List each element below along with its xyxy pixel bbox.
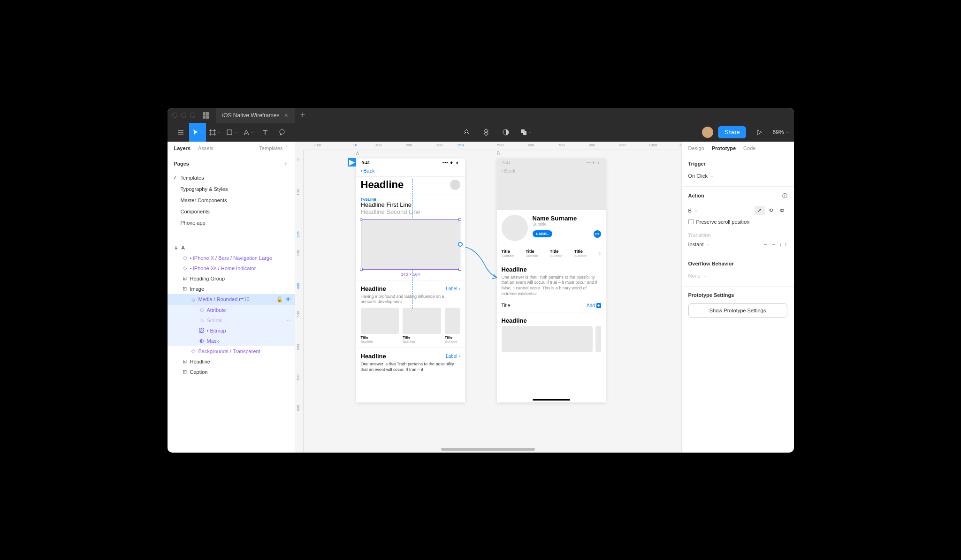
status-icons: ••• ᯤ ▮: [587, 160, 600, 165]
unlock-icon[interactable]: 🔓: [276, 296, 283, 303]
direction-up-icon[interactable]: ↑: [785, 242, 787, 247]
subheadline-1: Headline First Line: [356, 201, 465, 208]
horizontal-scrollbar[interactable]: [441, 448, 535, 451]
direction-left-icon[interactable]: ←: [763, 242, 769, 247]
home-icon[interactable]: [203, 112, 209, 119]
layer-item[interactable]: ⊡Heading Group: [168, 273, 295, 284]
minimize-window[interactable]: [181, 113, 186, 118]
layer-item[interactable]: ⊡Caption: [168, 367, 295, 377]
document-tab[interactable]: iOS Native Wireframes ×: [216, 108, 295, 123]
present-button[interactable]: [751, 123, 768, 142]
overflow-select[interactable]: None⌄: [688, 271, 787, 280]
tab-prototype[interactable]: Prototype: [712, 145, 736, 151]
selected-media-element[interactable]: 343 × 164: [361, 219, 460, 270]
direction-down-icon[interactable]: ↓: [779, 242, 782, 247]
page-item[interactable]: Phone app: [168, 217, 295, 228]
shape-tool[interactable]: ⌄: [223, 123, 240, 142]
action-target-select[interactable]: B⌄ ↗ ⟲ ⧉: [688, 204, 787, 217]
label-link[interactable]: Label ›: [446, 286, 460, 291]
tab-templates[interactable]: Templates ⌃: [259, 145, 288, 151]
close-window[interactable]: [172, 113, 177, 118]
prototype-arrow[interactable]: [463, 245, 501, 282]
prototype-start-badge[interactable]: ▶: [348, 158, 356, 166]
preserve-scroll-checkbox[interactable]: Preserve scroll position: [688, 217, 787, 227]
component-icon: ◇: [199, 308, 204, 312]
tab-code[interactable]: Code: [743, 145, 755, 151]
layer-item[interactable]: ⊡Headline: [168, 356, 295, 367]
layer-item[interactable]: ⊡Image: [168, 284, 295, 294]
share-button[interactable]: Share: [718, 126, 746, 138]
stat-row[interactable]: TitleSubtitle TitleSubtitle TitleSubtitl…: [497, 246, 606, 261]
card[interactable]: TitleSubtitle: [445, 308, 460, 344]
maximize-window[interactable]: [190, 113, 195, 118]
close-tab-icon[interactable]: ×: [284, 112, 288, 119]
mask-tool[interactable]: [497, 123, 514, 142]
component-tool[interactable]: [458, 123, 475, 142]
layer-item[interactable]: ◇Attribute: [168, 305, 295, 315]
trigger-select[interactable]: On Click⌄: [688, 171, 787, 181]
frame-layer[interactable]: # A: [168, 242, 295, 253]
resize-handle[interactable]: [458, 218, 461, 221]
component-create-icon[interactable]: [478, 123, 495, 142]
label-pill[interactable]: LABEL: [533, 230, 553, 237]
frame-b[interactable]: B 9:41••• ᯤ ▮ ‹ Back Name Surname Subtit…: [497, 159, 606, 402]
component-icon: ◇: [191, 297, 196, 302]
layer-item[interactable]: ◇• iPhone Xs / Home Indicator: [168, 263, 295, 273]
action-section: Actionⓘ B⌄ ↗ ⟲ ⧉ Preserve scroll positio…: [682, 187, 794, 255]
move-tool[interactable]: ⌄: [189, 123, 206, 142]
layer-item-selected[interactable]: ◇Media / Rounded r=10 🔓👁: [168, 294, 295, 305]
pages-section-header: Pages +: [168, 155, 295, 172]
label-link[interactable]: Label ›: [446, 354, 460, 359]
more-button[interactable]: •••: [594, 230, 601, 238]
toolbar-center: ⌄: [290, 123, 702, 142]
card[interactable]: TitleSubtitle: [361, 308, 399, 344]
navigate-icon[interactable]: ↗: [755, 206, 765, 215]
layer-item[interactable]: 🖼• Bitmap: [168, 325, 295, 336]
overflow-section: Overflow Behavior None⌄: [682, 255, 794, 287]
right-panel: Design Prototype Code Trigger On Click⌄ …: [681, 142, 794, 453]
add-row[interactable]: Title Add +: [497, 299, 606, 312]
nav-bar: ‹ Back: [356, 167, 465, 177]
show-prototype-settings-button[interactable]: Show Prototype Settings: [688, 303, 787, 318]
layer-item[interactable]: ◇Backgrounds / Transparent: [168, 346, 295, 356]
visibility-icon[interactable]: 👁: [286, 296, 291, 303]
transition-select[interactable]: Instant⌄ ← → ↓ ↑: [688, 240, 787, 249]
page-item[interactable]: Master Components: [168, 195, 295, 206]
frame-tool[interactable]: ⌄: [206, 123, 223, 142]
page-item[interactable]: Templates: [168, 172, 295, 183]
add-tab-button[interactable]: +: [295, 110, 311, 120]
tab-layers[interactable]: Layers: [174, 145, 191, 151]
page-item[interactable]: Typography & Styles: [168, 183, 295, 195]
resize-handle[interactable]: [360, 268, 363, 271]
prototype-connector-node[interactable]: [458, 242, 463, 247]
layer-item[interactable]: ◇• iPhone X / Bars / Navigation Large: [168, 253, 295, 263]
frame-a[interactable]: ▶ A 9:41 ••• ᯤ ▮ ‹ Back Headline TAGLINE…: [356, 159, 465, 402]
menu-button[interactable]: [172, 123, 189, 142]
card[interactable]: TitleSubtitle: [403, 308, 441, 344]
page-item[interactable]: Components: [168, 206, 295, 217]
text-tool[interactable]: [257, 123, 274, 142]
direction-right-icon[interactable]: →: [771, 242, 777, 247]
zoom-control[interactable]: 69%⌄: [772, 129, 789, 136]
svg-point-10: [280, 129, 284, 134]
back-button[interactable]: ‹ Back: [361, 168, 460, 174]
info-icon[interactable]: ⓘ: [782, 192, 787, 199]
overlay-icon[interactable]: ⧉: [777, 206, 787, 215]
canvas[interactable]: -100 16 100 200 300 359 500 600 700 800 …: [295, 142, 681, 453]
add-page-button[interactable]: +: [284, 160, 288, 167]
transition-label: Transition: [688, 232, 711, 238]
svg-rect-7: [227, 130, 232, 135]
layer-item[interactable]: ◐Mask: [168, 336, 295, 346]
tab-assets[interactable]: Assets: [198, 145, 214, 151]
resize-handle[interactable]: [360, 218, 363, 221]
layer-item[interactable]: ◇Scrims〰: [168, 315, 295, 325]
traffic-lights: [172, 113, 195, 118]
comment-tool[interactable]: [274, 123, 290, 142]
boolean-tool[interactable]: ⌄: [517, 123, 534, 142]
pen-tool[interactable]: ⌄: [240, 123, 257, 142]
swap-icon[interactable]: ⟲: [766, 206, 776, 215]
resize-handle[interactable]: [458, 268, 461, 271]
user-avatar[interactable]: [702, 127, 713, 138]
back-button[interactable]: ‹ Back: [502, 168, 601, 174]
tab-design[interactable]: Design: [688, 145, 704, 151]
